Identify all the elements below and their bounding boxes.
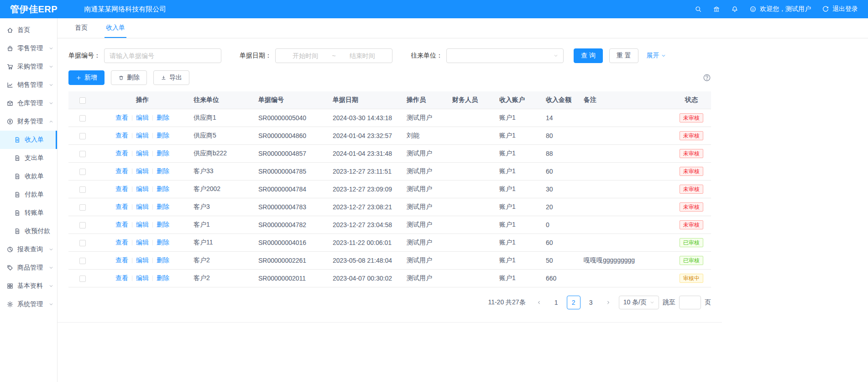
- page-button-2[interactable]: 2: [567, 296, 580, 309]
- jump-input[interactable]: [679, 296, 701, 309]
- pagination: 11-20 共27条 123 10 条/页 跳至 页: [68, 296, 711, 309]
- next-page-button[interactable]: [601, 296, 615, 309]
- logout-icon: [822, 5, 829, 13]
- edit-link[interactable]: 编辑: [136, 203, 149, 210]
- purchase-icon: [6, 63, 14, 70]
- edit-link[interactable]: 编辑: [136, 221, 149, 228]
- view-link[interactable]: 查看: [115, 239, 128, 246]
- jump-label: 跳至: [663, 298, 675, 307]
- view-link[interactable]: 查看: [115, 132, 128, 139]
- edit-link[interactable]: 编辑: [136, 185, 149, 192]
- cell-operator: 测试用户: [401, 180, 447, 198]
- sidebar-item-warehouse[interactable]: 仓库管理: [0, 94, 57, 112]
- sidebar-subitem-income-order[interactable]: 收入单: [0, 131, 57, 149]
- end-date-input[interactable]: [338, 52, 387, 59]
- sidebar-item-home[interactable]: 首页: [0, 21, 57, 39]
- delete-link[interactable]: 删除: [157, 239, 169, 246]
- view-link[interactable]: 查看: [115, 221, 128, 228]
- start-date-input[interactable]: [281, 52, 330, 59]
- view-link[interactable]: 查看: [115, 185, 128, 192]
- bill-number-input[interactable]: [110, 52, 216, 59]
- expand-toggle[interactable]: 展开: [647, 52, 666, 60]
- row-checkbox[interactable]: [79, 186, 86, 193]
- view-link[interactable]: 查看: [115, 256, 128, 264]
- sidebar-subitem-advance-receipt[interactable]: 收预付款: [0, 222, 57, 240]
- edit-link[interactable]: 编辑: [136, 132, 149, 139]
- row-checkbox[interactable]: [79, 276, 86, 282]
- search-button[interactable]: 查 询: [574, 48, 603, 63]
- reset-button[interactable]: 重 置: [609, 48, 638, 63]
- row-checkbox[interactable]: [79, 240, 86, 246]
- cell-amount: 30: [540, 180, 578, 198]
- sidebar-item-basic[interactable]: 基本资料: [0, 277, 57, 295]
- cell-operator: 测试用户: [401, 216, 447, 233]
- edit-link[interactable]: 编辑: [136, 114, 149, 121]
- page-button-1[interactable]: 1: [549, 296, 563, 309]
- view-link[interactable]: 查看: [115, 167, 128, 175]
- tab-bar: 首页收入单: [58, 18, 868, 38]
- delete-link[interactable]: 删除: [157, 185, 169, 192]
- help-icon[interactable]: [703, 74, 711, 82]
- cell-account: 账户1: [494, 109, 540, 127]
- column-header: 备注: [578, 91, 672, 109]
- delete-link[interactable]: 删除: [157, 221, 169, 228]
- sidebar-item-purchase[interactable]: 采购管理: [0, 58, 57, 76]
- tab-income-order[interactable]: 收入单: [105, 18, 126, 38]
- sidebar-subitem-transfer-order[interactable]: 转账单: [0, 204, 57, 222]
- sidebar-item-finance[interactable]: 财务管理: [0, 112, 57, 131]
- view-link[interactable]: 查看: [115, 274, 128, 281]
- search-icon[interactable]: [695, 5, 702, 13]
- action-divider: [132, 240, 132, 245]
- row-checkbox[interactable]: [79, 204, 86, 211]
- delete-link[interactable]: 删除: [157, 274, 169, 281]
- delete-link[interactable]: 删除: [157, 256, 169, 264]
- page-button-3[interactable]: 3: [584, 296, 598, 309]
- cell-amount: 60: [540, 162, 578, 180]
- sidebar-item-system[interactable]: 系统管理: [0, 295, 57, 313]
- row-checkbox[interactable]: [79, 258, 86, 264]
- row-checkbox[interactable]: [79, 133, 86, 139]
- row-checkbox[interactable]: [79, 151, 86, 157]
- delete-link[interactable]: 删除: [157, 167, 169, 175]
- delete-link[interactable]: 删除: [157, 114, 169, 121]
- delete-link[interactable]: 删除: [157, 149, 169, 157]
- edit-link[interactable]: 编辑: [136, 149, 149, 157]
- sidebar-item-report[interactable]: 报表查询: [0, 240, 57, 259]
- delete-link[interactable]: 删除: [157, 203, 169, 210]
- bell-icon[interactable]: [731, 5, 738, 13]
- row-check-cell: [68, 162, 97, 180]
- sidebar-item-sales[interactable]: 销售管理: [0, 76, 57, 94]
- view-link[interactable]: 查看: [115, 114, 128, 121]
- delete-button[interactable]: 删除: [111, 70, 147, 85]
- sidebar-subitem-receipt-order[interactable]: 收款单: [0, 167, 57, 186]
- edit-link[interactable]: 编辑: [136, 274, 149, 281]
- cell-number: SR00000002261: [253, 251, 327, 269]
- date-range-picker[interactable]: ~: [275, 48, 392, 63]
- row-checkbox[interactable]: [79, 169, 86, 175]
- user-menu[interactable]: 欢迎您，测试用户: [749, 5, 811, 13]
- add-button[interactable]: 新增: [68, 70, 105, 85]
- export-button[interactable]: 导出: [153, 70, 189, 85]
- tab-home[interactable]: 首页: [73, 18, 89, 38]
- row-checkbox[interactable]: [79, 115, 86, 122]
- sidebar-item-retail[interactable]: 零售管理: [0, 39, 57, 58]
- page-size-select[interactable]: 10 条/页: [619, 296, 659, 309]
- sidebar-item-goods[interactable]: 商品管理: [0, 259, 57, 277]
- cell-number: SR00000005040: [253, 109, 327, 127]
- sidebar-subitem-expense-order[interactable]: 支出单: [0, 149, 57, 167]
- view-link[interactable]: 查看: [115, 149, 128, 157]
- select-all-checkbox[interactable]: [79, 97, 86, 104]
- edit-link[interactable]: 编辑: [136, 256, 149, 264]
- edit-link[interactable]: 编辑: [136, 239, 149, 246]
- delete-link[interactable]: 删除: [157, 132, 169, 139]
- prev-page-button[interactable]: [532, 296, 546, 309]
- row-checkbox[interactable]: [79, 222, 86, 228]
- edit-link[interactable]: 编辑: [136, 167, 149, 175]
- site-icon[interactable]: [713, 5, 720, 13]
- unit-select[interactable]: [446, 48, 564, 63]
- logout-button[interactable]: 退出登录: [822, 5, 858, 13]
- status-badge: 未审核: [680, 185, 703, 194]
- sidebar-subitem-payment-order[interactable]: 付款单: [0, 186, 57, 204]
- view-link[interactable]: 查看: [115, 203, 128, 210]
- basic-icon: [6, 282, 14, 290]
